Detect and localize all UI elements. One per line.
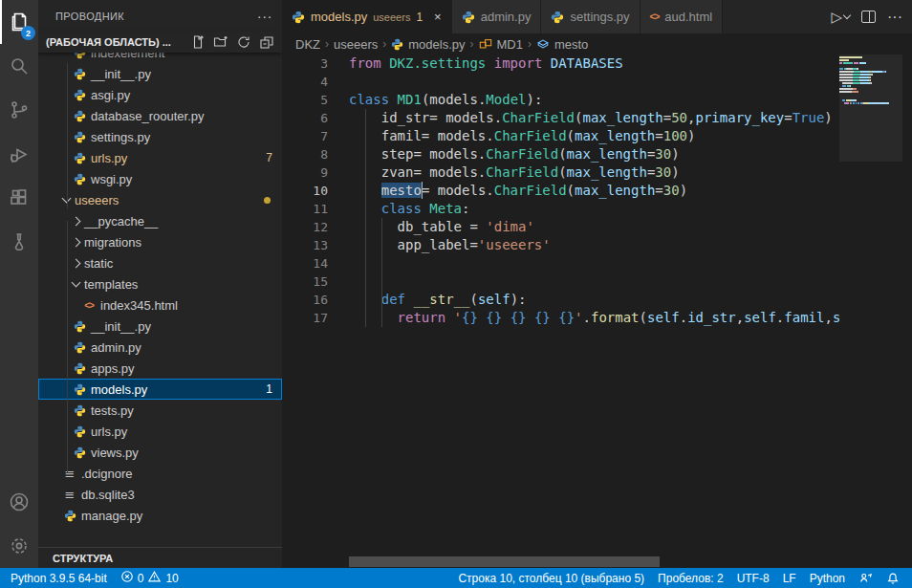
tree-item-wsgi.py[interactable]: wsgi.py (38, 168, 282, 189)
tab-problem-badge: 1 (416, 11, 423, 24)
tree-item-useeers[interactable]: useeers (38, 189, 282, 210)
split-editor-icon[interactable] (861, 11, 876, 23)
python-icon (74, 446, 86, 459)
new-folder-icon[interactable] (213, 34, 228, 50)
line-number: 3 (282, 54, 328, 73)
problems-status[interactable]: 0 10 (114, 568, 185, 588)
breadcrumb-item-useeers[interactable]: useeers (334, 37, 378, 52)
python-icon (74, 425, 86, 438)
explorer-icon[interactable]: 2 (0, 0, 38, 44)
tree-item-label: db.sqlite3 (81, 488, 135, 502)
tree-item-index345.html[interactable]: <>index345.html (38, 294, 282, 316)
minimap[interactable] (839, 54, 902, 568)
tree-item-label: urls.py (91, 425, 127, 439)
code-area[interactable]: 3from DKZ.settings import DATABASES45cla… (282, 54, 912, 568)
indentation-status[interactable]: Пробелов: 2 (651, 568, 730, 588)
breadcrumb-item-DKZ[interactable]: DKZ (295, 37, 320, 52)
python-icon (74, 131, 86, 143)
line-number: 10 (282, 182, 328, 200)
indent-guide (365, 109, 366, 327)
python-icon (74, 152, 86, 164)
editor-group: models.pyuseeers1×admin.pysettings.py<>a… (282, 0, 912, 568)
breadcrumb-separator: › (382, 37, 386, 51)
source-control-icon[interactable] (0, 88, 38, 132)
run-icon: ▷ (831, 9, 842, 26)
line-number: 7 (282, 127, 328, 145)
sidebar-explorer: ПРОВОДНИК ··· (РАБОЧАЯ ОБЛАСТЬ) ... inde… (38, 0, 282, 568)
collapse-all-icon[interactable] (259, 34, 274, 50)
tree-item-manage.py[interactable]: manage.py (38, 505, 282, 526)
tree-item-views.py[interactable]: views.py (38, 442, 282, 463)
settings-gear-icon[interactable] (0, 524, 38, 568)
run-and-debug-icon[interactable] (0, 132, 38, 176)
run-dropdown-chevron-icon[interactable] (843, 11, 851, 19)
breadcrumb-python-icon (391, 38, 403, 51)
tree-item-models.py[interactable]: models.py1 (38, 379, 282, 400)
tab-admin.py[interactable]: admin.py (452, 0, 542, 33)
tree-item-templates[interactable]: templates (38, 273, 282, 294)
line-number: 5 (282, 91, 328, 109)
search-icon[interactable] (0, 44, 38, 88)
indent-guide (381, 218, 382, 327)
tree-item-asgi.py[interactable]: asgi.py (38, 84, 282, 105)
breadcrumb-item-MD1[interactable]: MD1 (497, 37, 523, 52)
tree-item-apps.py[interactable]: apps.py (38, 358, 282, 379)
error-count: 0 (138, 572, 144, 585)
code-line-3[interactable]: 3from DKZ.settings import DATABASES (282, 54, 839, 73)
tree-item-admin.py[interactable]: admin.py (38, 337, 282, 358)
new-file-icon[interactable] (190, 34, 206, 50)
python-version-status[interactable]: Python 3.9.5 64-bit (4, 568, 114, 588)
explorer-title-row: ПРОВОДНИК ··· (38, 0, 282, 32)
workspace-section-header[interactable]: (РАБОЧАЯ ОБЛАСТЬ) ... (38, 32, 282, 53)
cursor-position-status[interactable]: Строка 10, столбец 10 (выбрано 5) (451, 568, 651, 588)
close-icon[interactable]: × (434, 10, 442, 24)
tree-item-tests.py[interactable]: tests.py (38, 400, 282, 421)
tree-item-migrations[interactable]: migrations (38, 231, 282, 252)
tree-item-static[interactable]: static (38, 252, 282, 273)
html-icon: <> (84, 300, 94, 311)
horizontal-scrollbar[interactable] (349, 556, 660, 567)
tab-settings.py[interactable]: settings.py (541, 0, 640, 33)
extensions-icon[interactable] (0, 176, 38, 220)
tree-item-urls.py[interactable]: urls.py7 (38, 147, 282, 168)
breadcrumb-separator: › (470, 37, 474, 51)
tree-item-.dcignore[interactable]: ≡.dcignore (38, 463, 282, 484)
tree-item-__pycache__[interactable]: __pycache__ (38, 210, 282, 231)
explorer-more-icon[interactable]: ··· (257, 8, 272, 24)
editor-more-icon[interactable]: ··· (887, 9, 902, 26)
code-line-5[interactable]: 5class MD1(models.Model): (282, 91, 839, 109)
tree-item-urls.py[interactable]: urls.py (38, 421, 282, 442)
tree-item-db.sqlite3[interactable]: ≡db.sqlite3 (38, 484, 282, 505)
explorer-badge: 2 (21, 26, 35, 40)
tab-aud.html[interactable]: <>aud.html (641, 0, 724, 33)
warning-icon (147, 570, 162, 586)
text-cursor (422, 182, 423, 199)
tree-item-label: wsgi.py (91, 172, 132, 186)
editor-actions: ▷ ··· (831, 0, 912, 33)
eol-status[interactable]: LF (776, 568, 803, 588)
breadcrumb-item-mesto[interactable]: mesto (554, 37, 588, 52)
tree-item-label: migrations (84, 235, 141, 250)
tree-item-__init__.py[interactable]: __init__.py (38, 63, 282, 84)
tree-item-__init__.py[interactable]: __init__.py (38, 316, 282, 337)
refresh-icon[interactable] (236, 34, 251, 50)
status-left: Python 3.9.5 64-bit 0 10 (0, 568, 185, 588)
tree-item-settings.py[interactable]: settings.py (38, 126, 282, 147)
tab-label: admin.py (481, 10, 532, 24)
vscode-window: 2 (0, 0, 912, 588)
testing-icon[interactable] (0, 220, 38, 264)
tree-item-database_roouter.py[interactable]: database_roouter.py (38, 105, 282, 126)
notifications-bell-icon[interactable] (879, 568, 906, 588)
feedback-icon[interactable] (852, 568, 879, 588)
tree-item-label: __init__.py (91, 319, 151, 334)
structure-section-header[interactable]: СТРУКТУРА (38, 547, 282, 568)
language-mode-status[interactable]: Python (803, 568, 852, 588)
run-button[interactable]: ▷ (831, 9, 850, 26)
encoding-status[interactable]: UTF-8 (730, 568, 776, 588)
breadcrumb-item-models.py[interactable]: models.py (408, 37, 465, 52)
tab-models.py[interactable]: models.pyuseeers1× (282, 0, 452, 33)
tree-item-indexelement[interactable]: indexelement (38, 53, 282, 63)
code-line-4[interactable]: 4 (282, 73, 839, 91)
account-icon[interactable] (0, 480, 38, 524)
python-icon (74, 383, 86, 396)
